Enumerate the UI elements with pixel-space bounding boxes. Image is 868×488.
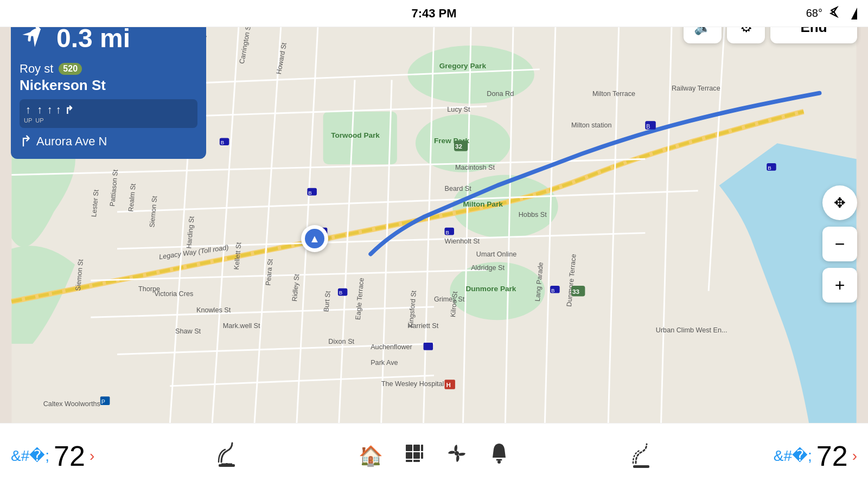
svg-rect-104 [219,464,235,467]
svg-text:Milton Park: Milton Park [463,200,503,208]
svg-text:Urban Climb West En...: Urban Climb West En... [656,326,727,334]
svg-text:Knowles St: Knowles St [196,306,231,314]
svg-rect-105 [406,445,412,451]
svg-text:Torwood Park: Torwood Park [331,131,380,139]
status-bar: 7:43 PM 68° [0,0,868,27]
fan-button[interactable] [446,442,468,469]
svg-text:Auchenflower: Auchenflower [371,343,412,351]
svg-text:32: 32 [455,143,462,150]
svg-rect-108 [406,452,412,459]
svg-text:Shaw St: Shaw St [175,328,201,335]
bluetooth-icon [828,6,840,21]
svg-text:B: B [445,229,449,235]
svg-text:Victoria Cres: Victoria Cres [154,290,193,298]
svg-text:Caltex Woolworths: Caltex Woolworths [43,400,100,408]
right-temp-increase[interactable]: › [852,447,857,465]
nav-street1: Roy st [20,62,53,76]
lane-1: ↑ UP [24,104,32,124]
svg-point-115 [497,460,501,464]
svg-point-113 [455,451,459,455]
svg-rect-110 [421,452,423,459]
zoom-out-icon: − [835,234,845,254]
left-temp-increase[interactable]: › [90,447,94,465]
svg-rect-112 [413,460,420,462]
svg-text:Dixon St: Dixon St [328,338,354,345]
svg-text:B: B [551,287,554,293]
notification-button[interactable] [489,442,509,469]
svg-text:Macintosh St: Macintosh St [455,164,495,171]
nav-street2: Nickerson St [20,77,197,94]
svg-rect-39 [424,343,433,350]
lane-5: ↱ [65,104,74,124]
svg-text:33: 33 [572,288,579,295]
zoom-out-button[interactable]: − [822,227,857,261]
left-temp-decrease[interactable]: &#�; [11,447,49,465]
svg-text:Dona Rd: Dona Rd [487,90,514,98]
signal-icon [845,8,857,20]
svg-text:B: B [308,190,311,196]
right-controls: ✥ − + [822,185,857,303]
svg-rect-116 [633,465,649,468]
lane-row: ↑ UP ↑ UP ↑ ↑ ↱ [20,99,197,128]
svg-text:H: H [446,381,450,388]
nav-route-badge: 520 [59,63,82,75]
svg-text:B: B [221,139,224,145]
next-turn-icon: ↱ [20,132,32,150]
svg-text:B: B [646,123,650,130]
svg-text:Dunmore Park: Dunmore Park [465,285,516,293]
svg-text:Milton station: Milton station [571,121,611,129]
svg-text:P: P [101,399,105,405]
svg-text:Beard St: Beard St [444,185,471,192]
nav-card: 0.3 mi Roy st 520 Nickerson St ↑ UP ↑ UP… [11,11,206,159]
lane-4: ↑ [56,104,61,124]
svg-text:Hobbs St: Hobbs St [519,211,547,219]
nav-icons: 🏠 [359,442,509,469]
svg-text:Wienholt St: Wienholt St [444,237,480,245]
svg-rect-107 [421,445,423,451]
pan-icon: ✥ [834,195,846,211]
svg-text:Park Ave: Park Ave [371,359,398,367]
svg-text:Aldridge St: Aldridge St [471,264,505,272]
nav-distance: 0.3 mi [56,23,130,53]
svg-text:B: B [768,165,771,171]
zoom-in-icon: + [835,275,845,296]
svg-text:Railway Terrace: Railway Terrace [672,85,720,92]
right-temp-value: 72 [816,440,848,472]
svg-text:Umart Online: Umart Online [476,251,516,258]
status-time: 7:43 PM [411,7,456,21]
svg-text:Milton Terrace: Milton Terrace [592,90,635,98]
svg-text:Lucy St: Lucy St [447,106,470,113]
nav-next-street: ↱ Aurora Ave N [20,132,197,150]
pan-button[interactable]: ✥ [822,185,857,220]
svg-rect-111 [406,460,412,462]
lane-2: ↑ UP [35,104,43,124]
left-temp-value: 72 [54,440,85,472]
svg-text:Gregory Park: Gregory Park [439,62,487,70]
location-marker: ▲ [301,225,328,252]
svg-text:Mark.well St: Mark.well St [223,322,260,330]
zoom-in-button[interactable]: + [822,268,857,303]
bottom-bar: &#�; 72 › 🏠 [0,423,868,488]
svg-text:The Wesley Hospital: The Wesley Hospital [381,380,444,388]
svg-text:B: B [339,290,342,296]
right-heat-icon [628,441,655,471]
svg-rect-109 [413,452,420,459]
svg-marker-0 [851,8,857,20]
right-temp-control: &#�; 72 › [774,440,857,472]
nav-next-street-name: Aurora Ave N [36,134,107,149]
left-heat-icon [213,440,240,472]
svg-rect-106 [413,445,420,451]
home-button[interactable]: 🏠 [359,445,383,467]
status-temperature: 68° [806,7,822,20]
svg-text:Grimes St: Grimes St [434,296,465,303]
grid-button[interactable] [405,444,424,468]
right-temp-decrease[interactable]: &#�; [774,447,812,465]
lane-3: ↑ [47,104,53,124]
left-temp-control: &#�; 72 › [11,440,94,472]
